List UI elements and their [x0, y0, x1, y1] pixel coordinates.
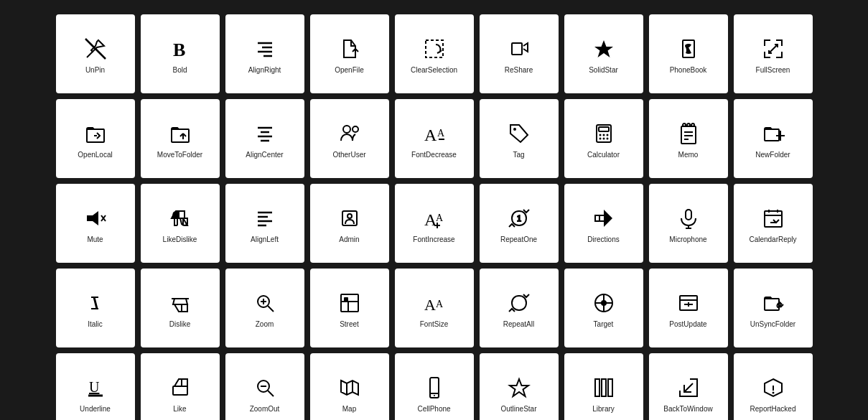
icon-tile-calendarreply[interactable]: CalendarReply [734, 184, 813, 263]
calculator-label: Calculator [587, 151, 620, 159]
icon-tile-likedislike[interactable]: LikeDislike [141, 184, 220, 263]
icon-tile-movetofolder[interactable]: MoveToFolder [141, 99, 220, 178]
icon-tile-reporthacked[interactable]: ReportHacked [734, 353, 813, 420]
svg-text:A: A [436, 299, 444, 309]
icon-tile-clearselection[interactable]: ClearSelection [395, 14, 474, 93]
unpin-icon [81, 34, 110, 63]
icon-tile-library[interactable]: Library [564, 353, 643, 420]
svg-text:A: A [436, 213, 444, 223]
microphone-label: Microphone [669, 235, 706, 244]
svg-rect-96 [173, 386, 187, 395]
svg-marker-60 [604, 210, 612, 227]
icon-tile-outlinestar[interactable]: OutlineStar [480, 353, 559, 420]
svg-rect-63 [686, 210, 691, 220]
backtowindow-icon [674, 373, 703, 402]
zoom-label: Zoom [256, 320, 274, 329]
phonebook-icon [674, 34, 703, 63]
openfile-icon [335, 34, 364, 63]
openlocal-label: OpenLocal [78, 151, 112, 159]
icon-tile-reshare[interactable]: ReShare [480, 14, 559, 93]
svg-text:A: A [424, 126, 437, 144]
icon-tile-microphone[interactable]: Microphone [649, 184, 728, 263]
directions-label: Directions [587, 235, 619, 244]
icon-tile-solidstar[interactable]: SolidStar [564, 14, 643, 93]
movetofolder-icon [166, 119, 195, 148]
svg-rect-66 [765, 211, 782, 227]
icon-tile-alignright[interactable]: AlignRight [225, 14, 304, 93]
icon-tile-cellphone[interactable]: CellPhone [395, 353, 474, 420]
icon-tile-unsyncfolder[interactable]: UnSyncFolder [734, 269, 813, 347]
icon-tile-mute[interactable]: Mute [56, 184, 135, 263]
newfolder-icon [759, 119, 788, 148]
icon-tile-underline[interactable]: UUnderline [56, 353, 135, 420]
icon-tile-memo[interactable]: Memo [649, 99, 728, 178]
repeatone-icon: 1 [505, 204, 533, 233]
icon-tile-alignleft[interactable]: AlignLeft [225, 184, 304, 263]
icon-tile-street[interactable]: Street [310, 269, 389, 347]
icon-tile-openfile[interactable]: OpenFile [310, 14, 389, 93]
calendarreply-label: CalendarReply [749, 235, 796, 244]
target-icon [589, 289, 618, 317]
openlocal-icon [81, 119, 110, 148]
reporthacked-label: ReportHacked [750, 405, 796, 414]
svg-point-34 [602, 138, 605, 140]
icon-tile-calculator[interactable]: Calculator [564, 99, 643, 178]
icon-tile-map[interactable]: Map [310, 353, 389, 420]
alignright-label: AlignRight [248, 66, 281, 75]
icon-tile-zoom[interactable]: Zoom [225, 269, 304, 347]
svg-rect-107 [595, 379, 599, 396]
italic-label: Italic [88, 320, 103, 329]
microphone-icon [674, 204, 703, 233]
bold-label: Bold [172, 66, 187, 75]
alignleft-label: AlignLeft [251, 235, 279, 244]
dislike-label: Dislike [169, 320, 190, 329]
icon-tile-newfolder[interactable]: NewFolder [734, 99, 813, 178]
icon-tile-backtowindow[interactable]: BackToWindow [649, 353, 728, 420]
fontsize-icon: AA [420, 289, 449, 317]
cellphone-icon [420, 373, 449, 402]
icon-tile-like[interactable]: Like [141, 353, 220, 420]
icon-tile-zoomout[interactable]: ZoomOut [225, 353, 304, 420]
like-label: Like [173, 405, 186, 414]
icon-tile-admin[interactable]: Admin [310, 184, 389, 263]
icon-tile-fullscreen[interactable]: FullScreen [734, 14, 813, 93]
icon-tile-repeatone[interactable]: 1RepeatOne [480, 184, 559, 263]
icon-tile-fontincrease[interactable]: AAFontIncrease [395, 184, 474, 263]
icon-tile-directions[interactable]: Directions [564, 184, 643, 263]
svg-marker-106 [510, 379, 528, 396]
icon-tile-target[interactable]: Target [564, 269, 643, 347]
icon-tile-bold[interactable]: BBold [141, 14, 220, 93]
svg-point-22 [343, 126, 350, 133]
svg-point-23 [353, 126, 358, 132]
icon-tile-unpin[interactable]: UnPin [56, 14, 135, 93]
svg-point-38 [687, 123, 690, 126]
icon-tile-postupdate[interactable]: PostUpdate [649, 269, 728, 347]
svg-text:A: A [437, 128, 445, 139]
icon-tile-otheruser[interactable]: OtherUser [310, 99, 389, 178]
fontsize-label: FontSize [420, 320, 448, 329]
svg-text:A: A [424, 296, 436, 314]
repeatone-label: RepeatOne [500, 235, 537, 244]
icon-tile-fontsize[interactable]: AAFontSize [395, 269, 474, 347]
italic-icon [81, 289, 110, 317]
icon-tile-italic[interactable]: Italic [56, 269, 135, 347]
icon-tile-phonebook[interactable]: PhoneBook [649, 14, 728, 93]
icon-tile-repeatall[interactable]: RepeatAll [480, 269, 559, 347]
alignleft-icon [251, 204, 279, 233]
aligncenter-label: AlignCenter [246, 151, 283, 159]
svg-text:U: U [89, 379, 100, 395]
icon-tile-dislike[interactable]: Dislike [141, 269, 220, 347]
otheruser-icon [335, 119, 364, 148]
fontincrease-icon: AA [420, 204, 449, 233]
icon-tile-openlocal[interactable]: OpenLocal [56, 99, 135, 178]
svg-point-27 [513, 128, 516, 131]
repeatall-icon [505, 289, 533, 317]
postupdate-label: PostUpdate [669, 320, 706, 329]
icon-tile-aligncenter[interactable]: AlignCenter [225, 99, 304, 178]
like-icon [166, 373, 195, 402]
solidstar-icon [589, 34, 618, 63]
icon-tile-tag[interactable]: Tag [480, 99, 559, 178]
icon-tile-fontdecrease[interactable]: AAFontDecrease [395, 99, 474, 178]
street-icon [335, 289, 364, 317]
fontdecrease-label: FontDecrease [411, 151, 457, 159]
